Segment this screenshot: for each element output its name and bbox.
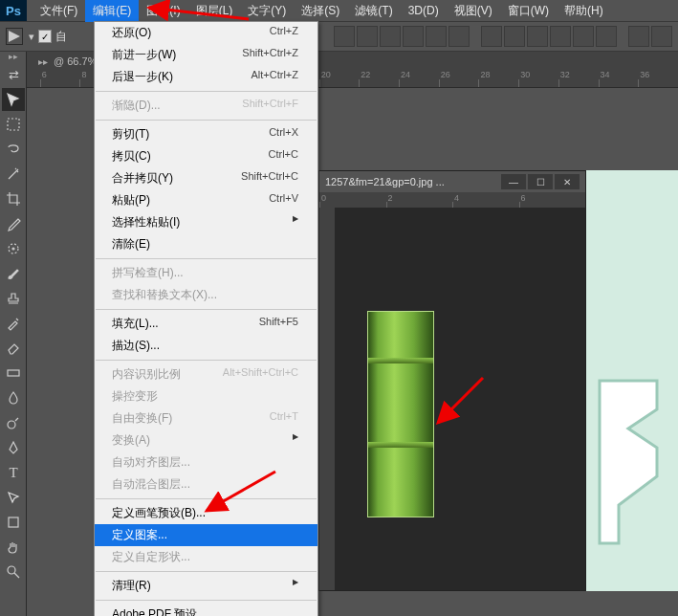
menu-item-O[interactable]: 还原(O)Ctrl+Z: [95, 22, 317, 44]
wand-tool-icon[interactable]: [2, 163, 25, 186]
background-document: [586, 170, 678, 591]
menu-file[interactable]: 文件(F): [33, 0, 85, 22]
document-ruler-v: [319, 208, 335, 590]
menu-image[interactable]: 图像(I): [139, 0, 187, 22]
distribute-icon[interactable]: [527, 26, 548, 47]
arrange-icon[interactable]: [651, 26, 672, 47]
brush-tool-icon[interactable]: [2, 262, 25, 285]
distribute-icon[interactable]: [504, 26, 525, 47]
blur-tool-icon[interactable]: [2, 386, 25, 409]
app-logo: Ps: [0, 0, 27, 21]
tool-preset-icon[interactable]: [6, 28, 23, 45]
move-tool-icon[interactable]: [2, 88, 25, 111]
auto-select-checkbox[interactable]: ✓: [38, 30, 52, 43]
crop-tool-icon[interactable]: [2, 187, 25, 210]
menu-item-E[interactable]: 清除(E): [95, 233, 317, 255]
svg-point-6: [8, 566, 15, 574]
menu-item-T[interactable]: 剪切(T)Ctrl+X: [95, 123, 317, 145]
document-window: 1257&fm=21&gp=0.jpg ... — ☐ ✕ 0246: [318, 170, 586, 591]
align-icon[interactable]: [357, 26, 378, 47]
pen-tool-icon[interactable]: [2, 436, 25, 459]
menu-view[interactable]: 视图(V): [447, 0, 500, 22]
align-icon[interactable]: [334, 26, 355, 47]
menu-edit[interactable]: 编辑(E): [85, 0, 139, 22]
type-tool-icon[interactable]: T: [2, 461, 25, 484]
menu-item-[interactable]: 定义图案...: [95, 524, 317, 546]
path-tool-icon[interactable]: [2, 486, 25, 509]
menu-item-C[interactable]: 拷贝(C)Ctrl+C: [95, 145, 317, 167]
svg-rect-0: [8, 119, 19, 130]
menu-item-: 定义自定形状...: [95, 546, 317, 568]
tool-panel: ▸▸ ⇄ T: [0, 52, 27, 616]
menu-item-D: 渐隐(D)...Shift+Ctrl+F: [95, 95, 317, 117]
close-button[interactable]: ✕: [555, 174, 580, 189]
align-icon[interactable]: [403, 26, 424, 47]
distribute-icon[interactable]: [550, 26, 571, 47]
menu-item-: 操控变形: [95, 385, 317, 407]
svg-rect-5: [9, 517, 18, 527]
shape-tool-icon[interactable]: [2, 511, 25, 534]
menu-item-F: 自由变换(F)Ctrl+T: [95, 407, 317, 429]
menu-item-: 自动混合图层...: [95, 473, 317, 495]
menubar: Ps 文件(F) 编辑(E) 图像(I) 图层(L) 文字(Y) 选择(S) 滤…: [0, 0, 678, 21]
minimize-button[interactable]: —: [501, 174, 526, 189]
history-brush-tool-icon[interactable]: [2, 312, 25, 335]
bamboo-image: [367, 311, 434, 517]
align-icon[interactable]: [380, 26, 401, 47]
menu-item-A: 变换(A): [95, 429, 317, 451]
menu-type[interactable]: 文字(Y): [240, 0, 294, 22]
document-titlebar[interactable]: 1257&fm=21&gp=0.jpg ... — ☐ ✕: [319, 171, 585, 192]
distribute-icon[interactable]: [573, 26, 594, 47]
edit-menu-dropdown: 还原(O)Ctrl+Z前进一步(W)Shift+Ctrl+Z后退一步(K)Alt…: [94, 21, 318, 616]
document-ruler-h: 0246: [319, 192, 585, 208]
arrange-icon[interactable]: [628, 26, 649, 47]
menu-item-: 自动对齐图层...: [95, 451, 317, 473]
heal-tool-icon[interactable]: [2, 237, 25, 260]
gradient-tool-icon[interactable]: [2, 362, 25, 385]
hand-tool-icon[interactable]: [2, 536, 25, 559]
lasso-tool-icon[interactable]: [2, 138, 25, 161]
menu-item-: 内容识别比例Alt+Shift+Ctrl+C: [95, 363, 317, 385]
collapse-icon[interactable]: ▸▸: [0, 52, 26, 61]
align-icon[interactable]: [426, 26, 447, 47]
dodge-tool-icon[interactable]: [2, 411, 25, 434]
svg-rect-3: [8, 370, 19, 376]
menu-item-R[interactable]: 清理(R): [95, 575, 317, 597]
artwork-glyph: [590, 362, 678, 553]
distribute-icon[interactable]: [481, 26, 502, 47]
menu-help[interactable]: 帮助(H): [557, 0, 611, 22]
marquee-tool-icon[interactable]: [2, 113, 25, 136]
zoom-tool-icon[interactable]: [2, 561, 25, 583]
document-canvas[interactable]: [335, 208, 585, 590]
menu-window[interactable]: 窗口(W): [500, 0, 557, 22]
zoom-level: @ 66.7%: [54, 55, 97, 67]
menu-3d[interactable]: 3D(D): [401, 1, 447, 20]
menu-item-X: 查找和替换文本(X)...: [95, 284, 317, 306]
collapse-icon[interactable]: ▸▸: [38, 56, 48, 67]
svg-point-4: [8, 421, 15, 429]
menu-item-S[interactable]: 描边(S)...: [95, 335, 317, 357]
svg-point-2: [12, 248, 14, 250]
distribute-icon[interactable]: [596, 26, 617, 47]
menu-item-Y[interactable]: 合并拷贝(Y)Shift+Ctrl+C: [95, 167, 317, 189]
document-title: 1257&fm=21&gp=0.jpg ...: [325, 176, 499, 187]
menu-item-L[interactable]: 填充(L)...Shift+F5: [95, 313, 317, 335]
option-label: 自: [55, 29, 67, 45]
eyedropper-tool-icon[interactable]: [2, 212, 25, 235]
menu-item-H: 拼写检查(H)...: [95, 262, 317, 284]
stamp-tool-icon[interactable]: [2, 287, 25, 310]
menu-item-AdobePDF[interactable]: Adobe PDF 预设...: [95, 604, 317, 616]
menu-item-W[interactable]: 前进一步(W)Shift+Ctrl+Z: [95, 44, 317, 66]
swap-icon[interactable]: ⇄: [2, 63, 25, 86]
maximize-button[interactable]: ☐: [528, 174, 553, 189]
align-icon[interactable]: [448, 26, 470, 47]
menu-item-P[interactable]: 粘贴(P)Ctrl+V: [95, 189, 317, 211]
menu-layer[interactable]: 图层(L): [188, 0, 241, 22]
chevron-down-icon[interactable]: ▾: [29, 31, 34, 43]
menu-item-I[interactable]: 选择性粘贴(I): [95, 211, 317, 233]
eraser-tool-icon[interactable]: [2, 337, 25, 360]
menu-item-B[interactable]: 定义画笔预设(B)...: [95, 502, 317, 524]
menu-filter[interactable]: 滤镜(T): [347, 0, 400, 22]
menu-item-K[interactable]: 后退一步(K)Alt+Ctrl+Z: [95, 66, 317, 88]
menu-select[interactable]: 选择(S): [294, 0, 347, 22]
